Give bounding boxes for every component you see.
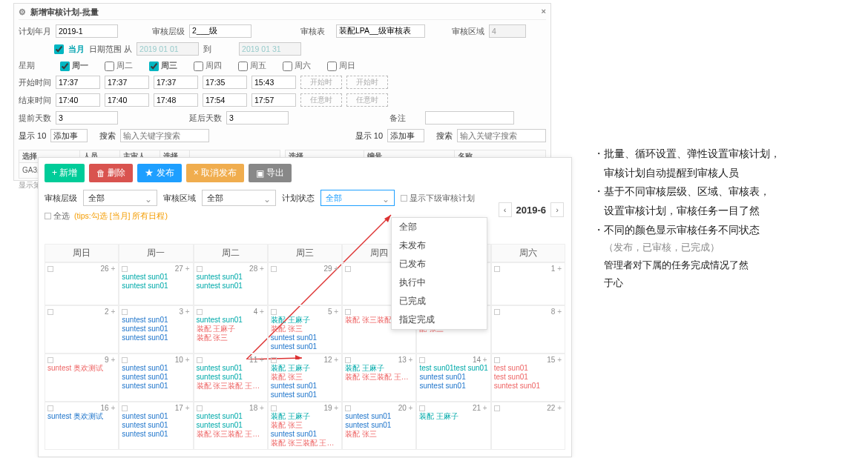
date-from[interactable]: 2019 01 01 [137,42,199,56]
calendar-cell[interactable]: 9suntest 奥欢测试 [45,354,119,402]
task-item[interactable]: suntest sun01 [419,382,487,391]
cell-checkbox[interactable] [47,266,53,272]
calendar-cell[interactable]: 20suntest sun01suntest sun01装配 张三 [342,402,416,450]
search-input-r[interactable] [457,129,546,142]
calendar-cell[interactable]: 8 [491,305,565,354]
calendar-cell[interactable]: 14test sun01test sun01suntest sun01sunte… [416,354,490,402]
publish-button[interactable]: ★ 发布 [137,164,181,182]
cell-checkbox[interactable] [271,405,277,411]
task-item[interactable]: 装配 王麻子 [271,364,339,373]
task-item[interactable]: suntest sun01 [197,412,265,421]
task-item[interactable]: 装配 王麻子 [419,412,487,421]
cell-checkbox[interactable] [345,309,351,315]
filter-level-select[interactable]: 全部 [83,190,157,206]
task-item[interactable]: suntest sun01 [122,333,190,342]
show-count-r[interactable]: 显示 10 [355,130,383,142]
filter-area-select[interactable]: 全部 [202,190,276,206]
task-item[interactable]: test sun01test sun01 [419,364,487,373]
dropdown-option[interactable]: 未发布 [392,236,487,255]
task-item[interactable]: suntest sun01 [122,273,190,282]
task-item[interactable]: suntest sun01 [271,430,339,439]
delete-button[interactable]: 🗑删除 [89,164,133,182]
calendar-cell[interactable]: 5装配 王麻子装配 张三suntest sun01suntest sun01 [268,305,342,354]
task-item[interactable]: test sun01 [494,364,562,373]
cell-checkbox[interactable] [271,357,277,363]
calendar-cell[interactable]: 22 [491,402,565,450]
task-item[interactable]: suntest sun01 [271,333,339,342]
task-item[interactable]: 装配 张三 [271,325,339,333]
sort-sel[interactable]: 添加事 [50,129,88,142]
calendar-cell[interactable]: 15test sun01test sun01suntest sun01 [491,354,565,402]
task-item[interactable]: suntest sun01 [197,316,265,325]
task-item[interactable]: 装配 王麻子 [345,364,413,373]
chk-wed[interactable] [149,62,159,71]
filter-status-select[interactable]: 全部 [320,190,395,206]
chk-mon[interactable] [60,62,70,71]
calendar-cell[interactable]: 27suntest sun01suntest sun01 [119,262,193,305]
task-item[interactable]: test sun01 [494,373,562,382]
plan-month-input[interactable] [56,24,118,38]
start-t1[interactable] [56,76,100,89]
chk-tue[interactable] [105,62,114,71]
task-item[interactable]: 装配 张三 [197,333,265,342]
end-t5[interactable] [251,93,296,107]
cell-checkbox[interactable] [47,357,53,363]
task-item[interactable]: 装配 王麻子 [271,316,339,325]
task-item[interactable]: 装配 王麻子 [197,325,265,333]
calendar-cell[interactable]: 11suntest sun01suntest sun01装配 张三装配 王麻子 [194,354,268,402]
calendar-cell[interactable]: 10suntest sun01suntest sun01suntest sun0… [119,354,193,402]
task-item[interactable]: suntest sun01 [271,382,339,391]
level-input[interactable] [189,24,251,38]
chk-thu[interactable] [194,62,203,71]
dropdown-option[interactable]: 已发布 [392,255,487,273]
cell-checkbox[interactable] [271,309,277,315]
cell-checkbox[interactable] [47,309,53,315]
calendar-cell[interactable]: 1 [491,262,565,305]
task-item[interactable]: suntest sun01 [197,273,265,282]
task-item[interactable]: 装配 张三 [345,430,413,439]
add-button[interactable]: + 新增 [45,164,85,182]
cell-checkbox[interactable] [122,266,128,272]
task-item[interactable]: suntest sun01 [122,430,190,439]
task-item[interactable]: suntest sun01 [271,342,339,351]
cell-checkbox[interactable] [197,266,203,272]
cell-checkbox[interactable] [494,266,500,272]
remark-input[interactable] [425,111,514,125]
task-item[interactable]: suntest sun01 [197,373,265,382]
chk-fri[interactable] [238,62,248,71]
chk-sat[interactable] [283,62,292,71]
search-input-l[interactable] [120,129,209,142]
calendar-cell[interactable]: 2 [45,305,119,354]
end-t2[interactable] [105,93,149,107]
task-item[interactable]: 装配 张三装配 王麻子 [345,373,413,382]
export-button[interactable]: ▣ 导出 [249,164,292,182]
date-to[interactable]: 2019 01 31 [239,42,301,56]
select-all-checkbox[interactable]: 全选 [45,210,70,222]
task-item[interactable]: suntest sun01 [419,373,487,382]
task-item[interactable]: suntest sun01 [271,391,339,399]
task-item[interactable]: suntest sun01 [122,373,190,382]
cell-checkbox[interactable] [197,405,203,411]
cell-checkbox[interactable] [419,357,425,363]
task-item[interactable]: suntest sun01 [122,282,190,291]
calendar-cell[interactable]: 28suntest sun01suntest sun01 [194,262,268,305]
end-p1[interactable]: 任意时 [300,93,342,107]
calendar-cell[interactable]: 19装配 王麻子装配 张三suntest sun01装配 张三装配 王麻子 [268,402,342,450]
start-t5[interactable] [251,76,296,89]
task-item[interactable]: suntest sun01 [122,421,190,430]
end-p2[interactable]: 任意时 [346,93,388,107]
task-item[interactable]: 装配 王麻子 [271,412,339,421]
calendar-cell[interactable]: 13装配 王麻子装配 张三装配 王麻子 [342,354,416,402]
task-item[interactable]: suntest sun01 [345,421,413,430]
dropdown-option[interactable]: 已完成 [392,292,487,311]
task-item[interactable]: 装配 张三装配 王麻子 [271,439,339,448]
prev-month-button[interactable]: ‹ [499,202,512,217]
month-checkbox[interactable] [54,44,64,54]
cell-checkbox[interactable] [494,309,500,315]
calendar-cell[interactable]: 4suntest sun01装配 王麻子装配 张三 [194,305,268,354]
task-item[interactable]: suntest sun01 [197,282,265,291]
chk-sun[interactable] [327,62,337,71]
calendar-cell[interactable]: 17suntest sun01suntest sun01suntest sun0… [119,402,193,450]
start-t2[interactable] [105,76,149,89]
cell-checkbox[interactable] [122,357,128,363]
